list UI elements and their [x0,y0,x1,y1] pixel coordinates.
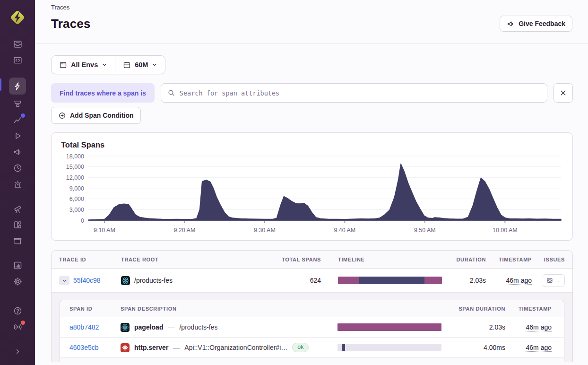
sidebar-collapse-button[interactable] [9,344,26,358]
col-timestamp: Timestamp [486,257,532,262]
megaphone-icon [507,20,515,28]
add-span-condition-button[interactable]: Add Span Condition [51,107,141,124]
ruby-project-icon [121,343,130,352]
sidebar-item-dashboards[interactable] [9,217,26,232]
sidebar-item-insights[interactable] [9,113,26,127]
time-range-filter-label: 60M [135,61,148,69]
col-trace-id: Trace ID [52,257,121,262]
insights-notification-dot [21,113,25,118]
trace-issues-button[interactable]: – [542,274,565,287]
main-area: Traces Traces Give Feedback All Envs [35,0,588,365]
inbox-icon [546,277,553,284]
traces-table-header: Trace ID Trace Root Total Spans Timeline… [52,251,572,269]
col-total-spans: Total Spans [269,257,321,262]
sidebar-item-replays[interactable] [9,129,26,143]
search-row: Find traces where a span is [51,83,573,103]
span-duration: 2.03s [451,323,505,331]
breadcrumb[interactable]: Traces [51,4,572,11]
trace-row: 55f40c98 /products-fes 624 2.03s [52,269,572,293]
svg-text:3,000: 3,000 [69,207,84,213]
sidebar-item-crons[interactable] [9,161,26,175]
sentry-logo[interactable] [8,8,27,27]
filter-bar: All Envs 60M [51,55,165,74]
sidebar [0,0,35,365]
span-duration-bar [337,323,441,331]
sidebar-item-discover[interactable] [9,201,26,216]
svg-text:10:00 AM: 10:00 AM [493,227,518,234]
search-input[interactable] [180,89,541,97]
add-span-condition-label: Add Span Condition [70,112,134,119]
inbox-icon [13,39,23,49]
profiling-icon [13,99,23,109]
span-description: /products-fes [179,323,217,331]
trace-id-link[interactable]: 55f40c98 [73,277,101,284]
time-range-filter[interactable]: 60M [115,56,165,74]
sidebar-item-profiling[interactable] [9,96,26,111]
environment-filter[interactable]: All Envs [52,56,115,74]
trace-timestamp: 46m ago [506,277,532,284]
play-icon [13,131,23,141]
sidebar-item-explore[interactable] [9,78,26,95]
separator: — [173,344,180,351]
col-trace-root: Trace Root [121,257,269,262]
trace-root-name[interactable]: /products-fes [134,277,173,284]
sidebar-item-releases[interactable] [9,234,26,248]
svg-text:0: 0 [81,217,84,224]
next-row-partial [60,358,564,362]
spans-table: Span ID Span Description Span Duration T… [60,300,564,362]
clock-icon [13,163,23,173]
col-issues: Issues [532,257,572,262]
sidebar-item-stats[interactable] [9,258,26,272]
issues-count-placeholder: – [556,277,560,284]
span-row: 4603e5cb http.server — Api::V1::Organiza… [60,338,564,358]
siren-icon [13,179,23,189]
col-timeline: Timeline [321,257,445,262]
search-context-chip: Find traces where a span is [51,83,155,103]
whats-new-notification-dot [21,321,25,325]
span-duration-bar [337,344,441,351]
traces-table: Trace ID Trace Root Total Spans Timeline… [51,250,573,362]
give-feedback-button[interactable]: Give Feedback [500,16,572,32]
chevron-down-icon [102,62,107,68]
total-spans-chart: 03,0006,0009,00012,00015,00018,0009:10 A… [61,151,563,235]
megaphone-icon [13,147,23,157]
react-project-icon [121,323,130,332]
calendar-icon [123,61,131,69]
lightning-icon [13,81,23,91]
sidebar-item-alerts[interactable] [9,177,26,191]
total-spans-panel: Total Spans 03,0006,0009,00012,00015,000… [51,132,573,241]
svg-text:15,000: 15,000 [66,164,84,170]
span-timestamp: 46m ago [526,344,552,351]
archive-box-icon [13,236,23,246]
span-id-link[interactable]: a80b7482 [69,323,99,331]
sidebar-item-whats-new[interactable] [9,320,26,334]
collapse-trace-button[interactable] [59,276,69,285]
chevron-right-icon [13,347,23,356]
span-duration: 4.00ms [451,344,505,351]
trace-expanded-region: Span ID Span Description Span Duration T… [52,293,572,362]
sidebar-item-projects[interactable] [9,53,26,67]
trace-timeline-bar [338,277,442,284]
telescope-icon [13,204,23,214]
col-span-duration: Span Duration [451,306,505,312]
span-op: pageload [134,323,163,331]
plus-circle-icon [58,112,66,120]
active-nav-accent [0,78,1,91]
search-box[interactable] [161,83,547,103]
span-status-badge: ok [292,343,309,352]
svg-text:9:50 AM: 9:50 AM [414,227,436,234]
sidebar-item-settings[interactable] [9,274,26,288]
svg-text:9:40 AM: 9:40 AM [334,227,355,234]
sidebar-item-help[interactable] [9,304,26,318]
svg-text:12,000: 12,000 [66,174,84,181]
span-id-link[interactable]: 4603e5cb [69,344,99,351]
span-description: Api::V1::OrganizationController#i… [184,344,287,351]
sidebar-item-issues[interactable] [9,37,26,51]
close-icon [559,89,567,97]
sidebar-item-feedback[interactable] [9,145,26,159]
page-header: Traces Traces Give Feedback [35,0,588,43]
col-span-timestamp: Timestamp [505,306,564,312]
code-folder-icon [13,55,23,65]
clear-search-button[interactable] [553,83,573,103]
svg-text:9:20 AM: 9:20 AM [173,227,195,234]
